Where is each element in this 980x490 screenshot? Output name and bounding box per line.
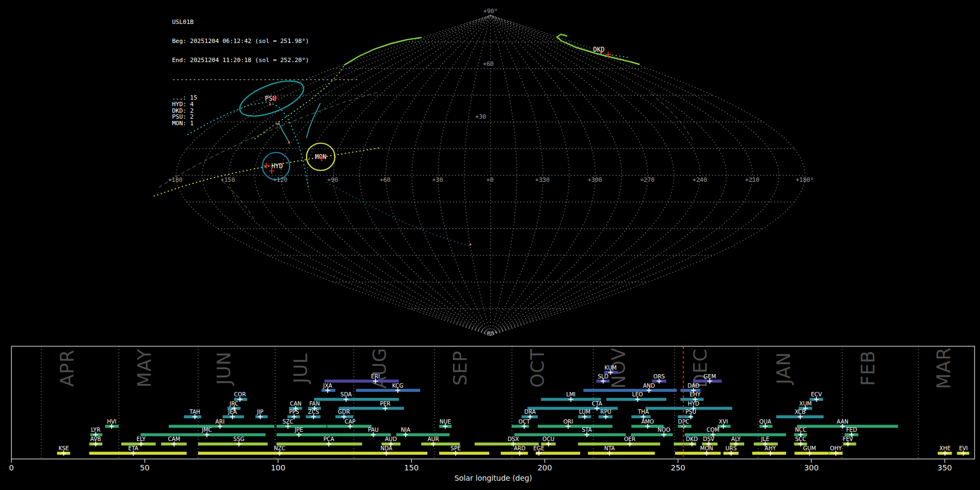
- shower-label-QUA: QUA: [759, 419, 771, 425]
- shower-bar-NOO: [631, 433, 673, 437]
- shower-bar-KCG: [356, 389, 420, 392]
- shower-label-XCB: XCB: [795, 409, 806, 415]
- shower-label-NCC: NCC: [795, 427, 806, 433]
- shower-label-DSV: DSV: [703, 436, 714, 442]
- shower-bar-AND: [584, 389, 677, 392]
- shower-bar-JMC: [140, 433, 266, 437]
- shower-label-DKD: DKD: [686, 436, 698, 442]
- shower-peak-marker-SDA: [344, 397, 348, 402]
- x-tick-label: 50: [140, 463, 150, 472]
- shower-label-AMO: AMO: [641, 419, 654, 425]
- shower-label-DSX: DSX: [507, 436, 519, 442]
- shower-peak-marker-HVI: [109, 424, 114, 429]
- radiant-label-DKD: DKD: [593, 46, 605, 53]
- shower-peak-marker-PAU: [371, 432, 376, 437]
- equator-longitude-label: +120: [273, 176, 287, 183]
- shower-peak-marker-LUM: [582, 414, 587, 419]
- shower-label-ORI: ORI: [564, 419, 573, 425]
- shower-label-ERI: ERI: [371, 373, 379, 379]
- month-label-MAY: MAY: [134, 348, 155, 388]
- shower-label-TAH: TAH: [189, 409, 200, 415]
- shower-label-JPE: JPE: [294, 427, 303, 433]
- shower-label-COR: COR: [234, 391, 246, 397]
- shower-peak-marker-EGE: [536, 451, 541, 456]
- shower-peak-marker-ORS: [657, 379, 661, 384]
- separator: ----------------------------------------…: [172, 76, 359, 83]
- shower-label-EVI: EVI: [959, 445, 967, 451]
- shower-label-STA: STA: [582, 427, 592, 433]
- shower-peak-marker-CAM: [171, 442, 176, 446]
- equator-longitude-label: +60: [379, 176, 390, 183]
- shower-peak-marker-JXA: [325, 388, 330, 393]
- shower-label-DRA: DRA: [524, 409, 536, 415]
- shower-peak-marker-AHY: [768, 451, 773, 456]
- shower-peak-marker-SZC: [285, 424, 290, 429]
- shower-label-NZC: NZC: [274, 445, 285, 451]
- shower-peak-marker-KCG: [395, 388, 400, 393]
- station-id: USL01B: [172, 19, 359, 26]
- count-PSU: PSU: 2: [172, 114, 359, 120]
- begin-time: Beg: 20251204 06:12:42 (sol = 251.98°): [172, 38, 359, 45]
- shower-peak-marker-ZCS: [311, 414, 316, 419]
- shower-peak-marker-NUE: [443, 424, 448, 429]
- shower-label-LEO: LEO: [632, 391, 643, 397]
- shower-peak-marker-CTA: [595, 406, 599, 411]
- shower-label-NUE: NUE: [439, 419, 451, 425]
- shower-label-FED: FED: [846, 427, 857, 433]
- trail-point-dot: [288, 142, 290, 143]
- end-time: End: 20251204 11:20:18 (sol = 252.20°): [172, 57, 359, 64]
- shower-label-CTA: CTA: [592, 401, 602, 407]
- shower-bar-ERI: [324, 379, 399, 383]
- shower-label-EGE: EGE: [534, 445, 544, 451]
- shower-peak-marker-NZC: [277, 451, 282, 456]
- shower-label-AHY: AHY: [765, 445, 776, 451]
- shower-peak-marker-MON: [704, 451, 709, 456]
- month-label-MAR: MAR: [933, 347, 954, 389]
- shower-bar-DSX: [475, 443, 539, 446]
- shower-peak-marker-JIP: [258, 414, 262, 419]
- arc-gray-dashed-south: [223, 181, 254, 219]
- shower-label-HVI: HVI: [107, 419, 116, 425]
- month-label-FEB: FEB: [857, 350, 879, 385]
- equator-longitude-label: +30: [432, 176, 443, 183]
- equator-longitude-label: +150: [220, 176, 235, 183]
- month-label-OCT: OCT: [527, 348, 548, 388]
- pole-label-north: +90°: [483, 8, 498, 15]
- shower-label-ZCS: ZCS: [308, 409, 319, 415]
- shower-label-FEV: FEV: [843, 436, 853, 442]
- equator-longitude-label: +330: [535, 176, 550, 183]
- trail-point-dot: [469, 243, 471, 245]
- shower-peak-marker-URS: [728, 451, 733, 456]
- shower-label-LYR: LYR: [91, 427, 100, 433]
- x-tick-label: 350: [938, 463, 952, 472]
- equator-longitude-label: +180: [168, 176, 183, 183]
- count-dotdotdot: ...: 15: [172, 95, 359, 101]
- shower-peak-marker-NDA: [384, 451, 389, 456]
- shower-label-ALY: ALY: [731, 436, 741, 442]
- shower-bar-SSG: [198, 443, 268, 446]
- shower-peak-marker-QUA: [763, 424, 768, 429]
- shower-counts: ...: 15HYD: 4DKD: 2PSU: 2MON: 1: [172, 95, 359, 126]
- shower-label-NIA: NIA: [401, 427, 410, 433]
- shower-peak-marker-XCB: [798, 414, 803, 419]
- x-tick-label: 0: [9, 463, 14, 472]
- shower-peak-marker-SSG: [236, 442, 241, 446]
- shower-label-GEM: GEM: [703, 373, 716, 379]
- shower-label-AND: AND: [643, 383, 655, 389]
- shower-label-COM: COM: [707, 427, 719, 433]
- shower-peak-marker-SCC: [798, 442, 803, 446]
- shower-peak-marker-AND: [647, 388, 652, 393]
- radiant-plus-marker: [264, 163, 269, 168]
- shower-bar-PCA: [277, 443, 362, 446]
- count-HYD: HYD: 4: [172, 101, 359, 108]
- equator-longitude-label: +240: [693, 176, 707, 183]
- shower-peak-marker-ETA: [131, 451, 136, 456]
- shower-label-CAP: CAP: [345, 419, 356, 425]
- shower-label-SSG: SSG: [234, 436, 244, 442]
- shower-peak-marker-SPE: [453, 451, 458, 456]
- shower-label-PAU: PAU: [368, 427, 379, 433]
- shower-bar-NTA: [588, 452, 655, 455]
- shower-label-KSE: KSE: [58, 445, 69, 451]
- chart-frame: [11, 346, 975, 459]
- shower-label-SDA: SDA: [340, 391, 352, 397]
